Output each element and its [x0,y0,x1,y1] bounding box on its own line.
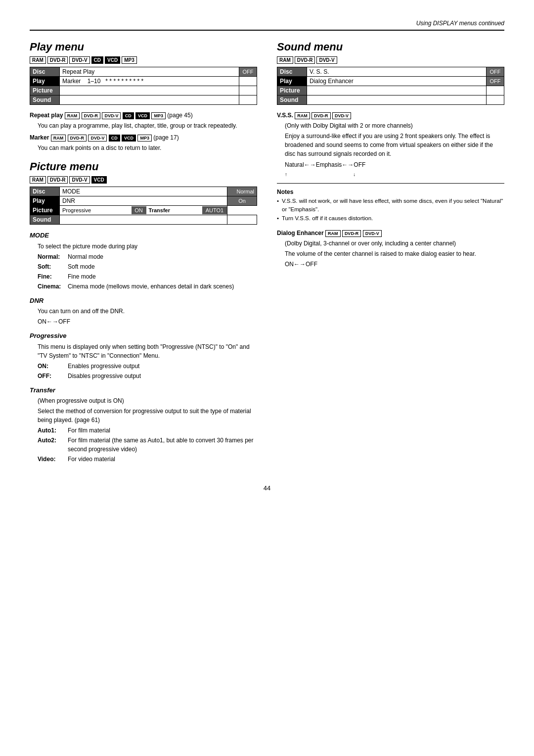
dialog-heading: Dialog Enhancer [277,230,324,236]
notes-title: Notes [277,189,504,195]
badge-ram: RAM [30,56,46,64]
prog-on: ON [132,206,146,214]
picture-menu-badges: RAM DVD-R DVD-V VCD [30,176,257,184]
sm-badge-dvdv: DVD-V [316,56,337,64]
picture-val-1 [60,86,239,95]
left-column: Play menu RAM DVD-R DVD-V CD VCD MP3 Dis… [30,41,257,465]
auto1-item: Auto1: For film material [38,426,257,435]
sm-sound-label: Sound [277,95,307,105]
play-menu-table: Disc Repeat Play OFF Play Marker 1–10 * … [30,67,257,105]
table-row: Disc Repeat Play OFF [30,67,257,77]
mode-normal: Normal: Normal mode [38,252,257,261]
progressive-items: ON: Enables progressive output OFF: Disa… [38,362,257,380]
auto2-item: Auto2: For film material (the same as Au… [38,436,257,454]
mode-desc: To select the picture mode during play [38,242,257,251]
sm-badge-ram: RAM [277,56,293,64]
rp-badge-ram: RAM [65,112,80,119]
table-row: Play DNR On [30,196,257,206]
table-row: Picture Progressive ON Transfer AUTO1 [30,206,257,215]
notes-section: Notes V.S.S. will not work, or will have… [277,189,504,223]
sound-status-1 [239,95,257,105]
marker-cell: Marker 1–10 * * * * * * * * * * [60,77,239,86]
picture-label-1: Picture [30,86,60,95]
play-menu-title: Play menu [30,41,257,53]
progressive-section: Progressive This menu is displayed only … [30,331,257,380]
prog-off-text: Disables progressive output [68,372,141,380]
table-row: Play Marker 1–10 * * * * * * * * * * [30,77,257,86]
prog-on-label: ON: [38,362,65,371]
de-badge-ram: RAM [325,230,341,237]
mode-fine-text: Fine mode [68,272,96,281]
progressive-desc: This menu is displayed only when setting… [38,342,257,360]
mode-fine: Fine: Fine mode [38,272,257,281]
mk-badge-dvdv: DVD-V [88,135,107,142]
mk-badge-cd: CD [109,135,120,142]
pm-play-label: Play [30,196,60,206]
auto2-label: Auto2: [38,436,65,454]
rp-badge-mp3: MP3 [151,112,166,119]
pm-badge-vcd: VCD [91,176,107,184]
mk-page-ref: (page 17) [153,134,178,141]
mode-cinema-label: Cinema: [38,282,65,291]
vss-desc2: Enjoy a surround-like effect if you are … [285,132,504,158]
sm-picture-label: Picture [277,86,307,95]
mk-badge-mp3: MP3 [137,135,152,142]
mode-section: MODE To select the picture mode during p… [30,231,257,291]
vss-arrow: Natural←→Emphasis←→OFF [285,160,504,169]
dialog-cell: Dialog Enhancer [307,77,487,86]
pm-picture-label: Picture [30,206,60,215]
dialog-enhancer-section: Dialog Enhancer RAM DVD-R DVD-V (Dolby D… [277,229,504,269]
transfer-intro: (When progressive output is ON) [38,396,257,405]
dnr-desc: You can turn on and off the DNR. [38,307,257,316]
sm-picture-status [487,86,504,95]
vss-badge-dvdr: DVD-R [312,112,331,119]
picture-menu-table: Disc MODE Normal Play DNR On Picture Pro… [30,187,257,225]
play-menu-badges: RAM DVD-R DVD-V CD VCD MP3 [30,56,257,64]
repeat-play-desc: Repeat play RAM DVD-R DVD-V CD VCD MP3 (… [30,111,257,130]
picture-status-1 [239,86,257,95]
table-row: Picture [30,86,257,95]
badge-mp3: MP3 [122,56,137,64]
vss-cell: V. S. S. [307,67,487,77]
mode-heading: MODE [30,231,257,240]
marker-status [239,77,257,86]
pm-badge-ram: RAM [30,176,46,184]
rp-badge-vcd: VCD [135,112,150,119]
sm-sound-val [307,95,487,105]
table-row: Sound [30,95,257,105]
table-row: Disc V. S. S. OFF [277,67,504,77]
rp-description: You can play a programme, play list, cha… [38,121,257,130]
on-status: On [227,196,257,206]
normal-status: Normal [227,187,257,196]
rp-badge-cd: CD [123,112,134,119]
prog-off-item: OFF: Disables progressive output [38,372,257,380]
transfer-items: Auto1: For film material Auto2: For film… [38,426,257,464]
badge-vcd-play: VCD [105,56,120,64]
sound-menu-section: Sound menu RAM DVD-R DVD-V Disc V. S. S.… [277,41,504,105]
video-label: Video: [38,455,65,464]
vss-arrow2: ↑ ↓ [285,171,504,178]
auto2-text: For film material (the same as Auto1, bu… [68,436,257,454]
picture-menu-section: Picture menu RAM DVD-R DVD-V VCD Disc MO… [30,160,257,225]
dnr-cell: DNR [60,196,227,206]
transfer-section: Transfer (When progressive output is ON)… [30,385,257,464]
de-desc2: The volume of the center channel is rais… [285,249,504,258]
pm-sound-label: Sound [30,215,60,225]
page-header: Using DISPLAY menus continued [30,20,504,31]
play-menu-section: Play menu RAM DVD-R DVD-V CD VCD MP3 Dis… [30,41,257,105]
mode-soft-label: Soft: [38,262,65,271]
pm-sound-status [227,215,257,225]
table-row: Sound [30,215,257,225]
repeat-play-heading: Repeat play [30,112,63,119]
de-badge-dvdv: DVD-V [363,230,382,237]
auto1-text: For film material [68,426,110,435]
progressive-heading: Progressive [30,331,257,341]
divider [277,183,504,184]
transfer-heading: Transfer [30,385,257,395]
mode-normal-label: Normal: [38,252,65,261]
mk-badge-dvdr: DVD-R [68,135,87,142]
note-item-1: V.S.S. will not work, or will have less … [277,197,504,214]
picture-menu-title: Picture menu [30,160,257,173]
repeat-play-cell: Repeat Play [60,67,239,77]
sound-label-1: Sound [30,95,60,105]
